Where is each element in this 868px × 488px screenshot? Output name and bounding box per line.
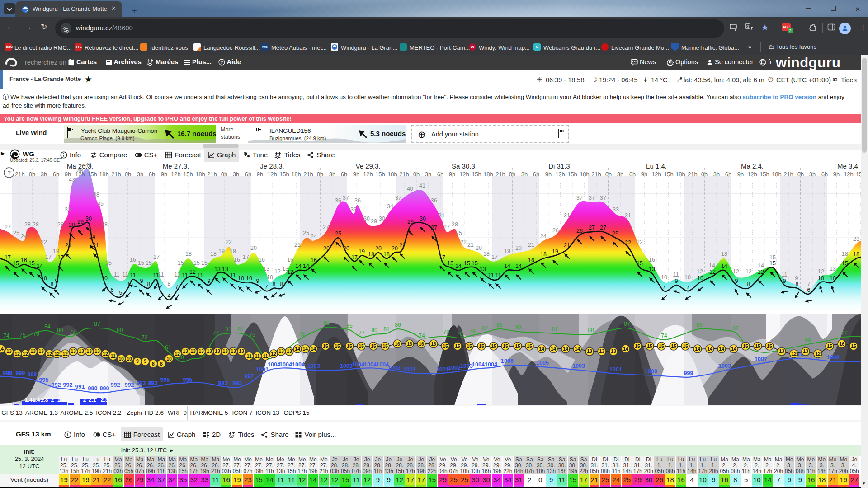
svg-text:16: 16 (234, 257, 240, 263)
svg-text:15: 15 (28, 260, 35, 267)
svg-text:27: 27 (323, 224, 329, 230)
svg-text:7: 7 (687, 284, 690, 290)
svg-text:15h: 15h (279, 171, 289, 178)
svg-text:74: 74 (661, 333, 667, 339)
svg-text:21h: 21h (495, 171, 505, 178)
svg-text:12: 12 (62, 351, 68, 357)
svg-text:1004: 1004 (376, 361, 389, 368)
svg-text:26: 26 (576, 228, 583, 234)
svg-text:33: 33 (65, 206, 71, 213)
svg-text:Ma 2.4.: Ma 2.4. (741, 162, 764, 170)
svg-text:9h: 9h (65, 171, 71, 178)
svg-text:1000: 1000 (645, 368, 657, 375)
svg-text:13: 13 (94, 348, 100, 354)
svg-text:31: 31 (625, 212, 631, 219)
svg-text:43: 43 (69, 177, 75, 183)
svg-text:13: 13 (231, 348, 236, 354)
svg-text:15: 15 (323, 343, 328, 349)
svg-text:6h: 6h (245, 171, 251, 178)
svg-text:18: 18 (721, 251, 727, 257)
svg-text:9: 9 (675, 278, 678, 284)
svg-text:3h: 3h (233, 171, 239, 178)
svg-text:12h: 12h (459, 171, 469, 178)
svg-text:15: 15 (371, 343, 376, 349)
svg-text:14: 14 (758, 263, 764, 269)
svg-text:1004: 1004 (364, 361, 377, 368)
svg-text:0h: 0h (797, 171, 804, 178)
svg-text:14: 14 (623, 346, 628, 352)
svg-text:13: 13 (183, 348, 188, 354)
svg-text:21h: 21h (783, 171, 793, 178)
svg-text:15: 15 (347, 343, 352, 349)
svg-text:14: 14 (504, 263, 510, 269)
svg-text:14: 14 (707, 346, 712, 352)
svg-text:12: 12 (709, 269, 716, 275)
svg-text:1002: 1002 (388, 365, 401, 371)
svg-text:9h: 9h (353, 171, 359, 178)
svg-text:?: ? (7, 169, 10, 176)
svg-text:15: 15 (146, 260, 152, 266)
svg-text:19: 19 (359, 249, 365, 255)
svg-text:13: 13 (649, 266, 655, 272)
svg-text:16: 16 (130, 257, 136, 263)
svg-text:81: 81 (237, 326, 244, 333)
svg-text:19: 19 (230, 248, 236, 254)
svg-text:15: 15 (635, 343, 640, 349)
svg-text:18h: 18h (99, 171, 109, 178)
svg-text:18h: 18h (675, 171, 685, 178)
svg-text:30: 30 (420, 216, 426, 222)
svg-text:9: 9 (208, 278, 211, 284)
svg-text:21h: 21h (15, 171, 25, 178)
svg-text:997: 997 (245, 373, 254, 380)
svg-text:16: 16 (649, 257, 655, 263)
svg-text:16: 16 (21, 257, 27, 263)
svg-text:11: 11 (153, 272, 159, 278)
svg-text:9: 9 (735, 278, 738, 284)
svg-text:14: 14 (295, 263, 302, 269)
svg-text:992: 992 (63, 382, 73, 388)
svg-text:8: 8 (796, 281, 799, 287)
svg-text:15: 15 (827, 343, 832, 349)
svg-text:37: 37 (576, 195, 583, 201)
svg-text:25: 25 (13, 230, 19, 236)
svg-text:?: ? (221, 60, 223, 65)
svg-text:15: 15 (13, 260, 19, 267)
svg-text:9: 9 (55, 278, 58, 284)
svg-text:14: 14 (551, 346, 556, 352)
svg-text:86: 86 (696, 322, 703, 328)
svg-text:9h: 9h (545, 171, 552, 178)
svg-text:995: 995 (160, 377, 170, 383)
svg-text:12: 12 (189, 269, 196, 275)
svg-text:8: 8 (152, 361, 155, 366)
svg-text:14: 14 (455, 263, 462, 269)
svg-text:77: 77 (212, 330, 219, 336)
svg-text:12: 12 (14, 351, 20, 357)
svg-text:15: 15 (767, 343, 772, 349)
svg-text:9: 9 (783, 278, 786, 284)
svg-text:18h: 18h (580, 171, 590, 178)
svg-text:10: 10 (41, 275, 47, 282)
svg-text:6h: 6h (149, 171, 155, 178)
svg-text:12: 12 (733, 268, 739, 275)
svg-text:11: 11 (255, 353, 259, 359)
svg-text:15: 15 (447, 260, 453, 267)
svg-text:18h: 18h (291, 171, 301, 178)
svg-text:21h: 21h (111, 171, 121, 178)
svg-text:22: 22 (637, 239, 643, 245)
svg-text:86: 86 (395, 322, 401, 328)
svg-text:5: 5 (119, 290, 123, 296)
svg-text:992: 992 (125, 382, 134, 388)
svg-text:10: 10 (101, 275, 108, 282)
svg-text:13: 13 (71, 348, 76, 354)
svg-text:35: 35 (97, 201, 104, 207)
svg-text:7: 7 (265, 284, 268, 290)
svg-text:82: 82 (481, 325, 488, 332)
svg-text:6h: 6h (533, 171, 539, 178)
svg-text:1002: 1002 (448, 365, 461, 371)
svg-text:0h: 0h (413, 171, 420, 178)
svg-text:14: 14 (563, 346, 568, 352)
svg-text:12: 12 (287, 269, 293, 275)
svg-text:79: 79 (469, 328, 476, 334)
svg-text:8: 8 (273, 281, 276, 287)
svg-text:6h: 6h (341, 171, 347, 178)
